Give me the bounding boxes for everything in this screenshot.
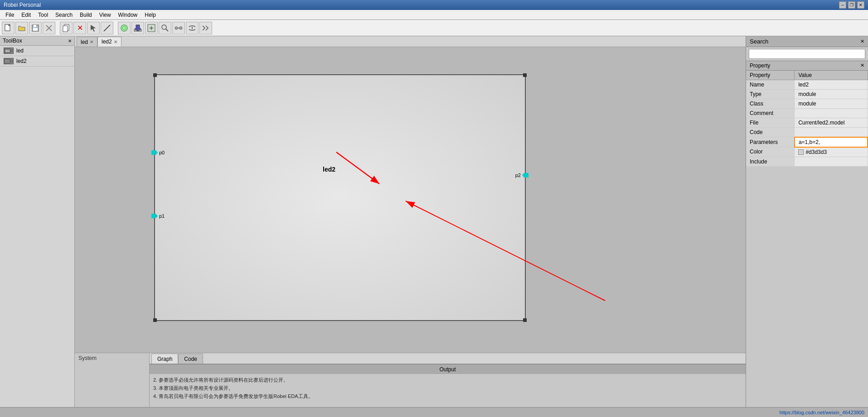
property-row: Nameled2 bbox=[746, 80, 868, 90]
status-bar: https://blog.csdn.net/weixin_46423800 bbox=[0, 407, 868, 417]
system-label: System bbox=[75, 353, 149, 363]
toolbar-build-button[interactable] bbox=[118, 22, 131, 34]
toolbox-panel: ToolBox ✕ led led led2 bbox=[0, 36, 75, 407]
led-icon: led bbox=[4, 48, 14, 54]
menu-help[interactable]: Help bbox=[141, 11, 160, 19]
property-close-icon[interactable]: ✕ bbox=[860, 62, 864, 69]
port-p2-label: p2 bbox=[515, 173, 521, 178]
output-line-3: 4. 青岛若贝电子有限公司会为参赛选手免费发放学生版Robei EDA工具。 bbox=[153, 392, 742, 400]
toolbar-connect1-button[interactable] bbox=[172, 22, 185, 34]
toolbar-close-file-button[interactable] bbox=[43, 22, 55, 34]
property-cell-4: File bbox=[746, 118, 795, 128]
bottom-tab-graph[interactable]: Graph bbox=[151, 354, 178, 364]
menu-build[interactable]: Build bbox=[76, 11, 96, 19]
svg-text:led: led bbox=[6, 49, 10, 53]
toolbox-item-led2[interactable]: led2 bbox=[0, 56, 74, 67]
tab-led2-close[interactable]: ✕ bbox=[114, 39, 117, 44]
value-cell-5 bbox=[795, 128, 868, 137]
tabs-bar: led ✕ led2 ✕ bbox=[75, 36, 746, 47]
restore-button[interactable]: ❐ bbox=[848, 1, 855, 9]
svg-rect-4 bbox=[34, 25, 36, 27]
toolbox-close-icon[interactable]: ✕ bbox=[68, 38, 72, 43]
title-bar-title: Robei Personal bbox=[4, 2, 41, 8]
canvas-area[interactable]: p0 p1 p2 led2 bbox=[75, 47, 746, 353]
menu-window[interactable]: Window bbox=[115, 11, 141, 19]
property-row: Classmodule bbox=[746, 99, 868, 109]
port-p2-shape bbox=[522, 173, 529, 177]
svg-point-20 bbox=[175, 27, 178, 29]
property-cell-0: Name bbox=[746, 80, 795, 90]
toolbar-download-button[interactable] bbox=[131, 22, 144, 34]
toolbar-wire-button[interactable] bbox=[101, 22, 113, 34]
toolbar-toggle-button[interactable] bbox=[145, 22, 158, 34]
property-tbody: Nameled2TypemoduleClassmoduleCommentFile… bbox=[746, 80, 868, 167]
toolbar: ✕ bbox=[0, 20, 868, 36]
bottom-tabs: Graph Code bbox=[150, 353, 746, 364]
property-row: Comment bbox=[746, 109, 868, 118]
toolbar-select-button[interactable] bbox=[87, 22, 100, 34]
tab-led2[interactable]: led2 ✕ bbox=[97, 37, 121, 47]
module-label: led2 bbox=[323, 166, 335, 173]
port-p0[interactable]: p0 bbox=[151, 150, 165, 155]
menu-tool[interactable]: Tool bbox=[34, 11, 52, 19]
property-cell-3: Comment bbox=[746, 109, 795, 118]
value-cell-6[interactable]: a=1,b=2, bbox=[795, 137, 868, 147]
toolbar-connect2-button[interactable] bbox=[186, 22, 199, 34]
search-title: Search bbox=[750, 38, 768, 45]
toolbar-connect3-button[interactable] bbox=[199, 22, 212, 34]
svg-rect-5 bbox=[33, 28, 38, 31]
property-row: Include bbox=[746, 157, 868, 166]
tab-led[interactable]: led ✕ bbox=[77, 37, 97, 47]
corner-handle-tl bbox=[153, 73, 157, 77]
menu-bar: File Edit Tool Search Build View Window … bbox=[0, 10, 868, 20]
menu-file[interactable]: File bbox=[2, 11, 18, 19]
property-row: Typemodule bbox=[746, 90, 868, 99]
value-col-header: Value bbox=[795, 71, 868, 80]
value-cell-2: module bbox=[795, 99, 868, 109]
color-swatch-7 bbox=[798, 149, 804, 155]
menu-edit[interactable]: Edit bbox=[18, 11, 34, 19]
property-table: Property Value Nameled2TypemoduleClassmo… bbox=[746, 71, 868, 167]
minimize-button[interactable]: ─ bbox=[839, 1, 846, 9]
toolbar-search-button[interactable] bbox=[159, 22, 171, 34]
search-input[interactable] bbox=[749, 49, 865, 59]
property-cell-2: Class bbox=[746, 99, 795, 109]
value-cell-4: Current/led2.model bbox=[795, 118, 868, 128]
toolbar-open-button[interactable] bbox=[15, 22, 28, 34]
close-window-button[interactable]: ✕ bbox=[857, 1, 864, 9]
corner-handle-tr bbox=[523, 73, 527, 77]
canvas-inner: p0 p1 p2 led2 bbox=[154, 74, 526, 321]
toolbar-new-button[interactable] bbox=[2, 22, 15, 34]
port-p2[interactable]: p2 bbox=[515, 173, 529, 178]
menu-view[interactable]: View bbox=[96, 11, 115, 19]
search-close-icon[interactable]: ✕ bbox=[860, 38, 864, 44]
tab-led-close[interactable]: ✕ bbox=[90, 39, 93, 44]
svg-marker-25 bbox=[10, 49, 13, 52]
property-cell-6: Parameters bbox=[746, 137, 795, 147]
title-bar: Robei Personal ─ ❐ ✕ bbox=[0, 0, 868, 10]
menu-search[interactable]: Search bbox=[52, 11, 76, 19]
property-cell-7: Color bbox=[746, 147, 795, 157]
port-p1[interactable]: p1 bbox=[151, 213, 165, 219]
port-p1-shape bbox=[151, 214, 158, 218]
main-layout: ToolBox ✕ led led led2 led ✕ led2 ✕ bbox=[0, 36, 868, 407]
led2-icon bbox=[4, 58, 14, 64]
svg-point-18 bbox=[162, 25, 166, 29]
status-link[interactable]: https://blog.csdn.net/weixin_46423800 bbox=[780, 410, 864, 415]
toolbar-save-button[interactable] bbox=[29, 22, 42, 34]
right-panel: Search ✕ Property ✕ Property Value Namel… bbox=[746, 36, 868, 407]
bottom-tab-code[interactable]: Code bbox=[178, 354, 203, 364]
property-header: Property ✕ bbox=[746, 61, 868, 71]
port-p1-label: p1 bbox=[159, 213, 165, 219]
value-cell-7: #d3d3d3 bbox=[795, 147, 868, 157]
center-area: led ✕ led2 ✕ p0 bbox=[75, 36, 746, 407]
toolbox-title: ToolBox bbox=[3, 38, 22, 44]
toolbar-cut-button[interactable]: ✕ bbox=[73, 22, 86, 34]
toolbox-item-led[interactable]: led led bbox=[0, 46, 74, 56]
property-col-header: Property bbox=[746, 71, 795, 80]
svg-marker-10 bbox=[91, 25, 96, 32]
title-bar-controls: ─ ❐ ✕ bbox=[839, 1, 864, 9]
output-line-2: 3. 本赛顶面向电子类相关专业展开。 bbox=[153, 384, 742, 392]
output-content: 2. 参赛选手必须允许将所有设计源码资料在比赛后进行公开。 3. 本赛顶面向电子… bbox=[150, 374, 746, 407]
toolbar-copy-button[interactable] bbox=[60, 22, 73, 34]
